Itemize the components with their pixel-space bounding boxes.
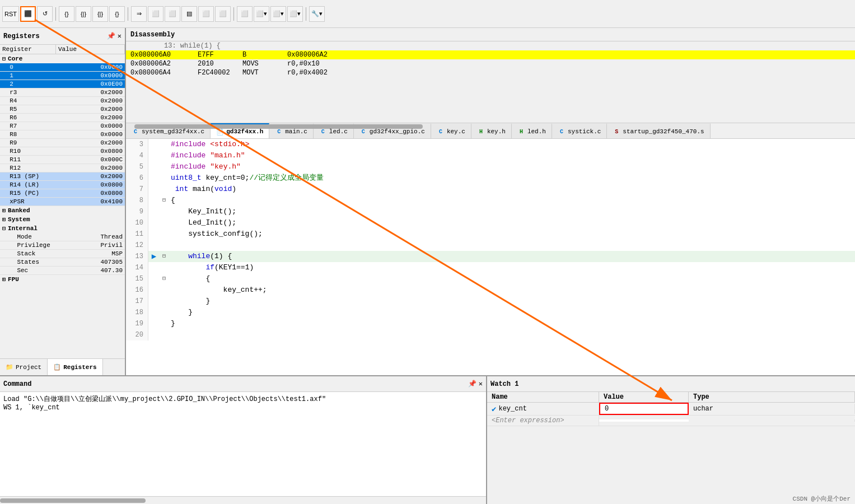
reg-row-r10[interactable]: R10 0x0800 bbox=[0, 147, 125, 156]
reg-row-mode[interactable]: Mode Thread bbox=[0, 233, 125, 241]
command-close-icon[interactable]: ✕ bbox=[479, 380, 483, 388]
undo-button[interactable]: ↺ bbox=[37, 6, 53, 22]
line-num-13: 13 bbox=[126, 251, 148, 262]
tool2-button[interactable]: ⬜▾ bbox=[254, 6, 269, 22]
tab-project[interactable]: 📁 Project bbox=[0, 359, 48, 375]
line-expand-5 bbox=[160, 161, 169, 172]
core-expand-icon[interactable]: ⊟ bbox=[2, 55, 6, 62]
reg-group-fpu[interactable]: ⊞ FPU bbox=[0, 275, 125, 284]
command-line-2: WS 1, `key_cnt bbox=[3, 404, 483, 412]
line-content-5: #include "key.h" bbox=[169, 161, 855, 172]
settings-button[interactable]: 🔧▾ bbox=[309, 6, 325, 22]
disasm-comment-row: 13: while(1) { bbox=[126, 41, 855, 50]
command-hscrollbar[interactable] bbox=[0, 496, 486, 504]
reg-row-r9[interactable]: R9 0x2000 bbox=[0, 139, 125, 147]
brace2-button[interactable]: {|} bbox=[76, 6, 91, 22]
line-num-10: 10 bbox=[126, 217, 148, 228]
reg-row-r14[interactable]: R14 (LR) 0x0800 bbox=[0, 181, 125, 189]
line-marker-12 bbox=[148, 240, 160, 251]
reg-row-r15[interactable]: R15 (PC) 0x0800 bbox=[0, 189, 125, 198]
disasm-row-2[interactable]: 0x080006A4 F2C40002 MOVT r0,#0x4002 bbox=[126, 68, 855, 77]
run-button[interactable]: ⇒ bbox=[131, 6, 147, 22]
line-content-19: } bbox=[169, 318, 855, 329]
internal-expand-icon[interactable]: ⊟ bbox=[2, 225, 6, 232]
reg-row-xpsr[interactable]: xPSR 0x4100 bbox=[0, 198, 125, 206]
reg-row-r13[interactable]: R13 (SP) 0x2000 bbox=[0, 172, 125, 181]
disassembly-content[interactable]: 13: while(1) { 0x080006A0 E7FF B 0x08000… bbox=[126, 41, 855, 123]
layout4-button[interactable]: ⬜ bbox=[198, 6, 214, 22]
fpu-expand-icon[interactable]: ⊞ bbox=[2, 276, 6, 283]
tool4-button[interactable]: ⬜▾ bbox=[287, 6, 303, 22]
watch-panel: Watch 1 Name Value Type ✔ key_cnt 0 ucha… bbox=[487, 376, 855, 504]
layout5-button[interactable]: ⬜ bbox=[215, 6, 231, 22]
watch-check-icon: ✔ bbox=[492, 404, 496, 414]
line-expand-16 bbox=[160, 284, 169, 296]
reg-row-r6[interactable]: R6 0x2000 bbox=[0, 114, 125, 122]
cmd-scroll-thumb[interactable] bbox=[0, 498, 146, 503]
disasm-row-1[interactable]: 0x080006A2 2010 MOVS r0,#0x10 bbox=[126, 59, 855, 68]
reg-row-r0[interactable]: 0 0x0000 bbox=[0, 63, 125, 72]
code-line-18: 18 } bbox=[126, 307, 855, 318]
tool1-button[interactable]: ⬜ bbox=[237, 6, 253, 22]
brace3-button[interactable]: {|} bbox=[92, 6, 108, 22]
code-area[interactable]: 3 #include <stdio.h> 4 #include "main.h"… bbox=[126, 139, 855, 375]
line-num-7: 7 bbox=[126, 184, 148, 195]
rst-button[interactable]: RST bbox=[2, 6, 19, 22]
line-expand-12 bbox=[160, 240, 169, 251]
sep3 bbox=[233, 7, 234, 21]
reg-group-core[interactable]: ⊟ Core bbox=[0, 54, 125, 63]
reg-value-r10: 0x0800 bbox=[45, 147, 125, 155]
brace1-button[interactable]: {} bbox=[59, 6, 74, 22]
reg-row-stack[interactable]: Stack MSP bbox=[0, 250, 125, 258]
disasm-hscroll[interactable]: ◀ bbox=[126, 123, 855, 130]
registers-table-header: Register Value bbox=[0, 45, 125, 54]
reg-row-r2[interactable]: 2 0x0E00 bbox=[0, 80, 125, 88]
reg-row-r8[interactable]: R8 0x0000 bbox=[0, 130, 125, 139]
reg-row-r5[interactable]: R5 0x2000 bbox=[0, 105, 125, 114]
line-expand-8[interactable]: ⊟ bbox=[160, 195, 169, 206]
registers-header-icons: 📌 ✕ bbox=[107, 32, 122, 40]
project-tab-icon: 📁 bbox=[6, 363, 13, 371]
registers-title: Registers bbox=[3, 32, 40, 40]
system-expand-icon[interactable]: ⊞ bbox=[2, 216, 6, 223]
reg-row-sec[interactable]: Sec 407.30 bbox=[0, 267, 125, 275]
watch-enter-expr-cell[interactable]: <Enter expression> bbox=[487, 416, 599, 426]
reg-value-r12: 0x2000 bbox=[45, 164, 125, 172]
watch-value-keycnt[interactable]: 0 bbox=[599, 403, 689, 415]
reg-group-system[interactable]: ⊞ System bbox=[0, 215, 125, 224]
tool3-button[interactable]: ⬜▾ bbox=[270, 6, 286, 22]
reg-row-r7[interactable]: R7 0x0000 bbox=[0, 122, 125, 130]
watch-row-keycnt[interactable]: ✔ key_cnt 0 uchar bbox=[487, 403, 855, 416]
reg-name-mode: Mode bbox=[0, 233, 45, 241]
watch-row-enter[interactable]: <Enter expression> bbox=[487, 416, 855, 426]
reg-row-r1[interactable]: 1 0x0000 bbox=[0, 72, 125, 80]
reg-group-banked[interactable]: ⊞ Banked bbox=[0, 206, 125, 215]
tab-registers[interactable]: 📋 Registers bbox=[48, 359, 102, 375]
disasm-row-0[interactable]: 0x080006A0 E7FF B 0x080006A2 bbox=[126, 50, 855, 59]
layout1-button[interactable]: ⬜ bbox=[148, 6, 163, 22]
reg-row-r11[interactable]: R11 0x000C bbox=[0, 156, 125, 164]
layout2-button[interactable]: ⬜ bbox=[165, 6, 180, 22]
reg-row-r3[interactable]: r3 0x2000 bbox=[0, 88, 125, 97]
step-button[interactable]: ⬛ bbox=[20, 6, 36, 22]
code-line-15: 15 ⊟ { bbox=[126, 273, 855, 284]
layout3-button[interactable]: ▤ bbox=[181, 6, 197, 22]
banked-expand-icon[interactable]: ⊞ bbox=[2, 207, 6, 214]
reg-row-r4[interactable]: R4 0x2000 bbox=[0, 97, 125, 105]
reg-group-internal[interactable]: ⊟ Internal bbox=[0, 224, 125, 233]
reg-row-priv[interactable]: Privilege Privil bbox=[0, 241, 125, 250]
brace4-button[interactable]: {} bbox=[109, 6, 125, 22]
reg-row-states[interactable]: States 407305 bbox=[0, 258, 125, 267]
command-body[interactable]: Load "G:\\自做项目\\立创梁山派\\my_project\\2.GPI… bbox=[0, 392, 486, 496]
line-expand-7 bbox=[160, 184, 169, 195]
line-expand-19 bbox=[160, 318, 169, 329]
disasm-opcode-0: E7FF bbox=[198, 51, 242, 59]
disasm-addr-2: 0x080006A4 bbox=[130, 69, 198, 77]
main-layout: Registers 📌 ✕ Register Value ⊟ Core 0 0 bbox=[0, 28, 855, 504]
line-expand-13[interactable]: ⊟ bbox=[160, 251, 169, 262]
hscroll-thumb[interactable] bbox=[134, 124, 423, 129]
reg-row-r12[interactable]: R12 0x2000 bbox=[0, 164, 125, 172]
close-icon[interactable]: ✕ bbox=[118, 32, 122, 40]
line-expand-15[interactable]: ⊟ bbox=[160, 273, 169, 284]
disasm-oper-2: r0,#0x4002 bbox=[287, 69, 328, 77]
